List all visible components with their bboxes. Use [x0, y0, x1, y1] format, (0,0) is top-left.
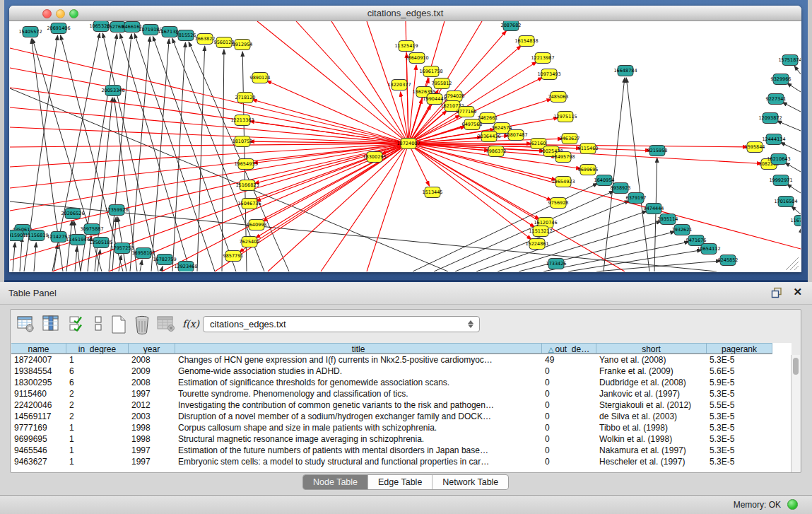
graph-node[interactable]: 15405572 — [18, 27, 42, 37]
table-row[interactable]: 1872400712008Changes of HCN gene express… — [11, 354, 792, 366]
graph-node[interactable]: 19654923 — [551, 177, 575, 187]
graph-node[interactable]: 9777169 — [457, 107, 477, 117]
graph-node[interactable]: 9560128 — [214, 37, 235, 48]
graph-node[interactable]: 3915901 — [10, 230, 25, 241]
table-row[interactable]: 1456911722003Disruption of a novel membe… — [11, 411, 792, 422]
graph-node[interactable]: 16648784 — [613, 66, 637, 76]
float-window-icon[interactable] — [771, 287, 782, 298]
graph-node[interactable]: 11325419 — [394, 41, 418, 52]
graph-node[interactable]: 7986372 — [486, 146, 507, 157]
table-cell: Disruption of a novel member of a sodium… — [175, 411, 542, 422]
column-header-title[interactable]: title — [175, 343, 542, 354]
graph-node[interactable]: 1640954 — [594, 175, 615, 186]
graph-node[interactable]: 30975887 — [80, 224, 103, 235]
table-row[interactable]: 1938455462009Genome-wide association stu… — [11, 366, 792, 377]
graph-node[interactable]: 7815526 — [176, 30, 196, 41]
row-selection-icon[interactable] — [69, 315, 86, 333]
column-header-outde[interactable]: △out_de… — [542, 343, 596, 354]
column-header-short[interactable]: short — [596, 343, 707, 354]
graph-node[interactable]: 17016504 — [774, 197, 797, 207]
graph-node[interactable]: 12213987 — [531, 53, 554, 64]
graph-node[interactable]: 12923468 — [174, 262, 197, 272]
memory-ok-indicator-icon[interactable] — [787, 499, 798, 510]
tab-network-table[interactable]: Network Table — [433, 475, 508, 489]
table-row[interactable]: 911546021997Tourette syndrome. Phenomeno… — [11, 388, 792, 399]
graph-node[interactable]: 8912954 — [233, 40, 253, 50]
table-row[interactable]: 946362711997Embryonic stem cells: a mode… — [11, 456, 792, 467]
table-row[interactable]: 2242004622012Investigating the contribut… — [11, 399, 792, 411]
graph-node[interactable]: 9699695 — [578, 165, 599, 175]
graph-node[interactable]: 16154838 — [514, 36, 538, 47]
table-selector-combobox[interactable]: citations_edges.txt — [203, 316, 480, 332]
graph-node[interactable]: 9115460 — [578, 144, 599, 154]
column-settings-icon[interactable] — [16, 315, 35, 333]
column-header-indegree[interactable]: in_degree — [66, 343, 129, 354]
window-titlebar[interactable]: citations_edges.txt — [9, 6, 801, 21]
table-row[interactable]: 946554611997Estimation of the future num… — [11, 445, 792, 456]
graph-node[interactable]: 8938923 — [611, 183, 631, 194]
column-header-year[interactable]: year — [129, 343, 175, 354]
graph-node[interactable]: 9329966 — [771, 74, 792, 85]
table-row[interactable]: 977716911998Corpus callosum shape and si… — [11, 422, 792, 433]
table-row[interactable]: 969969511998Structural magnetic resonanc… — [11, 433, 792, 445]
graph-node[interactable]: 7955812 — [432, 78, 452, 89]
graph-node[interactable]: 20691406 — [47, 23, 70, 34]
graph-node[interactable]: 6794028 — [445, 91, 465, 102]
graph-node[interactable]: 6379197 — [626, 193, 647, 204]
graph-node[interactable]: 9245852 — [718, 255, 739, 266]
graph-node[interactable]: 15751874 — [778, 55, 801, 66]
graph-node[interactable]: 2935114 — [658, 214, 678, 225]
graph-node-label: 16961758 — [419, 69, 442, 74]
row-height-icon[interactable] — [93, 315, 104, 333]
graph-edge — [266, 81, 408, 144]
graph-node[interactable]: 1595844 — [745, 142, 765, 153]
graph-node[interactable]: 20053346 — [101, 86, 124, 96]
delete-table-icon[interactable] — [156, 315, 176, 333]
graph-node[interactable]: 9463627 — [560, 134, 580, 144]
graph-node[interactable]: 9756928 — [548, 198, 569, 209]
graph-node[interactable]: 15166823 — [235, 180, 259, 191]
graph-node[interactable]: 7485063 — [548, 92, 569, 103]
graph-node[interactable]: 8215958 — [647, 146, 668, 156]
graph-node[interactable]: 1640993 — [247, 220, 267, 230]
graph-node[interactable]: 1513445 — [423, 187, 443, 198]
graph-node[interactable]: 19992971 — [769, 175, 792, 186]
graph-node[interactable]: 2087682 — [501, 21, 522, 31]
column-header-pagerank[interactable]: pagerank — [707, 343, 772, 354]
delete-row-icon[interactable] — [132, 315, 152, 334]
resize-grip-icon[interactable] — [790, 262, 799, 270]
graph-node[interactable]: 9857791 — [223, 251, 244, 262]
graph-node[interactable]: 7663822 — [195, 34, 216, 45]
graph-node[interactable]: 6497568 — [462, 119, 483, 130]
resize-grip-icon[interactable] — [794, 266, 799, 270]
graph-node[interactable]: 12505185 — [89, 238, 112, 248]
graph-node[interactable]: 17359928 — [105, 205, 128, 216]
table-scrollbar[interactable] — [791, 355, 800, 472]
tab-edge-table[interactable]: Edge Table — [368, 475, 433, 489]
graph-node[interactable]: 12975115 — [553, 112, 577, 122]
graph-node[interactable]: 9227341 — [766, 94, 787, 105]
tab-node-table[interactable]: Node Table — [303, 475, 368, 489]
graph-node[interactable]: 16961758 — [419, 66, 442, 77]
graph-node[interactable]: 1733426 — [546, 259, 567, 269]
close-icon[interactable]: ✕ — [793, 286, 802, 298]
graph-node[interactable]: 11675314 — [790, 216, 801, 226]
graph-node[interactable]: 9474444 — [644, 204, 664, 214]
graph-node[interactable]: 7932621 — [672, 225, 693, 235]
new-table-icon[interactable] — [110, 315, 128, 334]
graph-node[interactable]: 2718120 — [235, 93, 256, 103]
graph-node[interactable]: 19654933 — [234, 159, 257, 170]
graph-node[interactable]: 9890124 — [250, 73, 271, 83]
graph-node[interactable]: 15224861 — [525, 239, 548, 250]
graph-node[interactable]: 7625402 — [240, 237, 260, 247]
graph-node[interactable]: 18640910 — [405, 53, 428, 64]
table-scrollbar-thumb[interactable] — [793, 358, 799, 375]
graph-node[interactable]: 12213363 — [230, 115, 254, 126]
column-visibility-icon[interactable] — [42, 315, 60, 333]
network-canvas[interactable]: 1872400711325419186409101696175879558121… — [10, 21, 801, 271]
column-header-name[interactable]: name — [11, 343, 66, 354]
graph-node[interactable]: 1810753 — [233, 136, 253, 147]
graph-node-label: 19654933 — [234, 161, 257, 167]
function-builder-icon[interactable]: f(x) — [182, 318, 199, 329]
table-row[interactable]: 1830029562008Estimation of significance … — [11, 377, 792, 388]
